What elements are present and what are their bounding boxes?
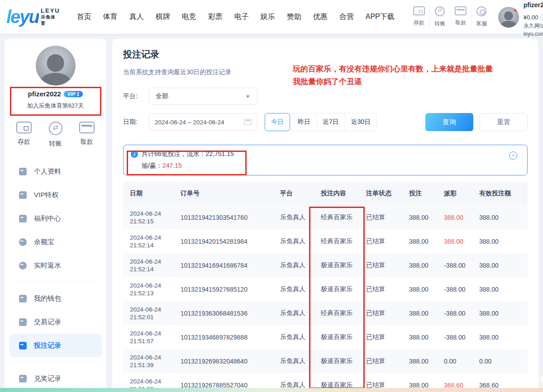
cell-status: 已结算: [359, 309, 402, 317]
header-action-withdraw[interactable]: 取款: [450, 6, 471, 28]
nav-item-sports[interactable]: 体育: [97, 9, 124, 25]
cell-valid-amount: 388.00: [472, 262, 527, 269]
nav-item-chess[interactable]: 棋牌: [150, 9, 176, 25]
cell-order-number: 1013219269832048640: [174, 358, 273, 365]
collapse-icon[interactable]: −: [509, 151, 517, 160]
sidebar-item-wallet[interactable]: 我的钱包: [5, 287, 106, 310]
cell-bet-amount: 388.00: [402, 286, 437, 293]
header-action-transfer[interactable]: 转账: [429, 6, 450, 28]
sidebar-item-bets[interactable]: 投注记录: [9, 334, 102, 357]
cell-valid-amount: 0.00: [472, 358, 527, 365]
date-range-value: 2024-06-24 ~ 2024-06-24: [155, 119, 224, 126]
platform-value: 全部: [156, 92, 168, 100]
table-body: 2024-06-2421:52:15 1013219421303541760 乐…: [123, 205, 528, 392]
date-chip-last30[interactable]: 近30日: [345, 113, 377, 131]
profile-vip-badge: VIP 1: [64, 91, 83, 97]
sidebar-action-icon-withdraw: [79, 122, 95, 133]
menu-label: 个人资料: [34, 167, 61, 176]
header-action-deposit[interactable]: 存款: [409, 6, 429, 28]
action-label: 客服: [472, 20, 491, 28]
cell-platform: 乐鱼真人: [273, 237, 314, 246]
menu-icon-rebate: [19, 262, 27, 269]
sidebar-item-prizes[interactable]: 兑奖记录: [5, 367, 106, 390]
cell-payout: -388.00: [437, 286, 472, 293]
menu-label: 投注记录: [34, 341, 61, 350]
cell-bet-content: 极速百家乐: [314, 333, 359, 341]
nav-item-entertainment[interactable]: 娱乐: [255, 9, 281, 25]
cell-valid-amount: 388.00: [472, 238, 527, 245]
cell-bet-amount: 388.00: [402, 310, 437, 317]
cell-payout: -388.00: [437, 310, 472, 317]
chevron-down-icon: ▼: [245, 94, 251, 99]
cell-bet-content: 经典百家乐: [314, 237, 359, 246]
table-header-cell: 派彩: [437, 189, 472, 198]
user-info: pfizer2022 VIP 1 ¥0.00 v 永久网址: leyu.com: [524, 0, 543, 38]
platform-filter-row: 平台: 全部 ▼: [123, 88, 528, 105]
nav-item-esports[interactable]: 电竞: [176, 9, 202, 25]
table-row[interactable]: 2024-06-2421:52:15 1013219421303541760 乐…: [123, 205, 528, 229]
date-chip-today[interactable]: 今日: [265, 113, 290, 131]
page-subtitle: 当前系统支持查询最近30日的投注记录: [123, 68, 528, 76]
joined-days: 加入乐鱼体育第627天: [5, 102, 106, 110]
refresh-balance-icon[interactable]: v: [540, 14, 543, 21]
cell-payout: -388.00: [437, 334, 472, 341]
loss-value: 247.15: [162, 162, 182, 169]
date-range-input[interactable]: 2024-06-24 ~ 2024-06-24: [149, 113, 257, 131]
sidebar-item-yuebao[interactable]: 余额宝: [5, 230, 106, 254]
table-row[interactable]: 2024-06-2421:52:01 1013219363068481536 乐…: [123, 301, 528, 325]
nav-item-slots[interactable]: 电子: [229, 9, 255, 25]
cell-date: 2024-06-2421:52:14: [123, 234, 174, 249]
sidebar-item-vip[interactable]: VIP特权: [5, 183, 106, 207]
reset-button[interactable]: 重置: [480, 113, 528, 131]
cell-platform: 乐鱼真人: [273, 213, 314, 222]
nav-item-live[interactable]: 真人: [124, 9, 150, 25]
nav-item-promo[interactable]: 优惠: [307, 9, 333, 25]
table-row[interactable]: 2024-06-2421:51:57 1013219346897829888 乐…: [123, 325, 528, 349]
nav-item-app-download[interactable]: APP下载: [360, 9, 400, 25]
table-row[interactable]: 2024-06-2421:51:39 1013219269832048640 乐…: [123, 349, 528, 373]
menu-icon-wallet: [19, 295, 27, 302]
sidebar-item-profile[interactable]: 个人资料: [5, 160, 106, 183]
site-logo[interactable]: leyu LEYU 乐鱼体育: [6, 7, 60, 27]
date-chip-yesterday[interactable]: 昨日: [291, 113, 317, 131]
platform-select[interactable]: 全部 ▼: [149, 88, 257, 105]
logo-sub-en: LEYU: [41, 7, 60, 14]
action-icon-service: [476, 6, 486, 16]
permanent-url-text: 永久网址: leyu.com: [524, 22, 543, 38]
action-label: 转账: [431, 20, 449, 28]
nav-item-lottery[interactable]: 彩票: [202, 9, 229, 25]
nav-item-sponsor[interactable]: 赞助: [281, 9, 307, 25]
cell-date: 2024-06-2421:52:13: [123, 282, 174, 297]
sidebar-action-label: 存款: [16, 138, 32, 146]
profile-avatar[interactable]: [36, 46, 76, 85]
nav-item-partner[interactable]: 合营: [333, 9, 360, 25]
nav-item-home[interactable]: 首页: [71, 9, 97, 25]
sidebar-item-rebate[interactable]: 实时返水: [5, 254, 106, 277]
header-action-service[interactable]: 客服: [471, 6, 492, 28]
sidebar-item-transactions[interactable]: 交易记录: [5, 310, 106, 334]
sidebar-action-withdraw[interactable]: 取款: [79, 122, 95, 148]
sidebar-item-welfare[interactable]: 福利中心: [5, 207, 106, 230]
cell-status: 已结算: [359, 213, 402, 222]
sidebar-action-transfer[interactable]: 转账: [49, 122, 62, 148]
username: pfizer2022: [524, 1, 543, 9]
cell-payout: 388.00: [437, 214, 472, 221]
date-chip-last7[interactable]: 近7日: [316, 113, 345, 131]
menu-icon-yuebao: [19, 238, 27, 246]
divider: [13, 362, 98, 362]
table-row[interactable]: 2024-06-2421:52:13 1013219415927685120 乐…: [123, 277, 528, 301]
avatar[interactable]: [498, 7, 519, 28]
table-row[interactable]: 2024-06-2421:52:14 1013219416941686784 乐…: [123, 253, 528, 277]
logo-subtext: LEYU 乐鱼体育: [41, 7, 60, 27]
cell-bet-content: 经典百家乐: [314, 213, 359, 222]
bet-records-table: 日期订单号平台投注内容注单状态投注派彩有效投注额 2024-06-2421:52…: [123, 182, 528, 392]
menu-label: 实时返水: [34, 261, 61, 270]
cell-payout: 388.00: [437, 238, 472, 245]
notification-dot: [514, 8, 518, 12]
cell-valid-amount: 388.00: [472, 214, 527, 221]
platform-label: 平台:: [123, 92, 141, 100]
sidebar-action-deposit[interactable]: 存款: [16, 122, 32, 148]
table-row[interactable]: 2024-06-2421:52:14 1013219420154281984 乐…: [123, 229, 528, 253]
query-button[interactable]: 查询: [425, 113, 473, 131]
table-header-cell: 订单号: [174, 189, 273, 198]
